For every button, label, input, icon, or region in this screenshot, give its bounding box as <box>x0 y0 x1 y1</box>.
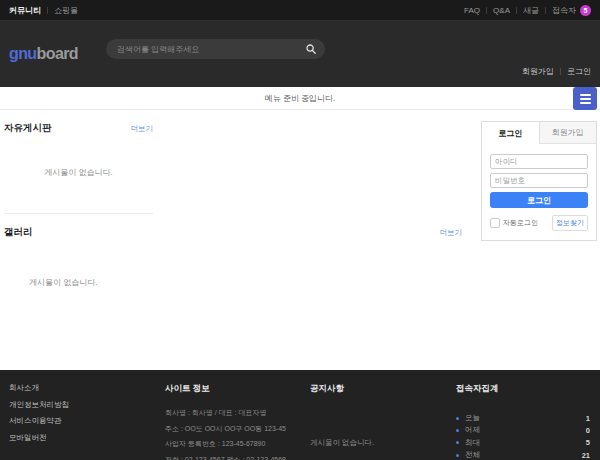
footer-link-privacy[interactable]: 개인정보처리방침 <box>9 400 69 410</box>
bullet-icon <box>456 417 459 420</box>
visitor-stat-label: 전체 <box>465 450 480 460</box>
footer: 회사소개 개인정보처리방침 서비스이용약관 모바일버전 사이트 정보 회사명 :… <box>0 370 600 460</box>
site-info-line: 주소 : OO도 OO시 OO구 OO동 123-45 <box>165 421 315 437</box>
header: gnuboard 회원가입 로그인 <box>0 21 600 87</box>
visitor-stats-title: 접속자집계 <box>456 383 590 395</box>
auto-login-label: 자동로그인 <box>503 218 538 228</box>
login-submit-button[interactable]: 로그인 <box>490 192 588 208</box>
divider <box>560 68 561 75</box>
tab-login[interactable]: 로그인 <box>482 122 539 144</box>
topbar-item-visitors[interactable]: 접속자 <box>552 5 576 16</box>
divider <box>47 7 48 14</box>
site-info-title: 사이트 정보 <box>165 383 315 395</box>
notice-empty-message: 게시물이 없습니다. <box>310 438 440 448</box>
search-input[interactable] <box>115 44 306 55</box>
logo-text-gnu: gnu <box>9 45 37 62</box>
free-board-section: 자유게시판 더보기 게시물이 없습니다. <box>4 122 153 214</box>
visitor-stat-value: 0 <box>586 426 590 435</box>
topbar-left: 커뮤니티 쇼핑몰 <box>9 5 78 16</box>
bullet-icon <box>456 429 459 432</box>
hamburger-icon <box>580 102 591 104</box>
topbar-item-qna[interactable]: Q&A <box>493 6 510 15</box>
divider <box>545 7 546 14</box>
visitor-stat-label: 어제 <box>465 425 480 435</box>
signup-link[interactable]: 회원가입 <box>522 66 554 77</box>
topbar-item-new-posts[interactable]: 새글 <box>523 5 539 16</box>
login-widget-tabs: 로그인 회원가입 <box>482 122 596 144</box>
topbar-item-shopping[interactable]: 쇼핑몰 <box>54 5 78 16</box>
tab-signup[interactable]: 회원가입 <box>539 122 597 144</box>
main-menu-bar: 메뉴 준비 중입니다. <box>0 87 600 110</box>
login-id-field[interactable] <box>490 154 588 169</box>
auto-login-option[interactable]: 자동로그인 <box>490 218 538 228</box>
footer-visitor-stats: 접속자집계 오늘 1 어제 0 최대 5 전체 21 <box>456 383 590 460</box>
hamburger-icon <box>580 98 591 100</box>
gallery-empty-message: 게시물이 없습니다. <box>29 277 462 288</box>
visitor-stat-label: 최대 <box>465 438 480 448</box>
header-member-links: 회원가입 로그인 <box>522 66 591 77</box>
footer-site-info: 사이트 정보 회사명 : 회사명 / 대표 : 대표자명 주소 : OO도 OO… <box>165 383 315 460</box>
hamburger-menu-button[interactable] <box>573 87 597 110</box>
login-form: 로그인 자동로그인 정보찾기 <box>482 144 596 240</box>
notice-title: 공지사항 <box>310 383 440 395</box>
hamburger-icon <box>580 94 591 96</box>
bullet-icon <box>456 441 459 444</box>
footer-link-mobile[interactable]: 모바일버전 <box>9 433 69 443</box>
board-empty-message: 게시물이 없습니다. <box>4 167 153 178</box>
footer-link-company[interactable]: 회사소개 <box>9 383 69 393</box>
topbar-item-faq[interactable]: FAQ <box>464 6 480 15</box>
visitor-stat-row: 최대 5 <box>456 437 590 449</box>
main-content: 자유게시판 더보기 게시물이 없습니다. 갤러리 더보기 게시물이 없습니다. … <box>0 110 600 370</box>
board-more-link[interactable]: 더보기 <box>131 124 154 134</box>
board-section-title: 자유게시판 <box>4 122 52 135</box>
search-button[interactable] <box>306 44 316 54</box>
footer-link-terms[interactable]: 서비스이용약관 <box>9 416 69 426</box>
site-info-line: 사업자 등록번호 : 123-45-67890 <box>165 436 315 452</box>
visitor-stat-row: 오늘 1 <box>456 412 590 424</box>
gallery-section-title: 갤러리 <box>4 226 33 239</box>
visitor-stat-row: 전체 21 <box>456 449 590 460</box>
login-password-field[interactable] <box>490 173 588 188</box>
auto-login-checkbox[interactable] <box>490 218 500 228</box>
login-link[interactable]: 로그인 <box>567 66 591 77</box>
top-utility-bar: 커뮤니티 쇼핑몰 FAQ Q&A 새글 접속자 5 <box>0 0 600 21</box>
topbar-item-community[interactable]: 커뮤니티 <box>9 5 41 16</box>
topbar-right: FAQ Q&A 새글 접속자 5 <box>464 5 591 16</box>
divider <box>516 7 517 14</box>
search-icon <box>306 44 316 54</box>
logo-text-board: board <box>37 45 78 62</box>
visitor-stat-value: 5 <box>586 438 590 447</box>
menu-placeholder-text: 메뉴 준비 중입니다. <box>265 93 336 104</box>
login-widget: 로그인 회원가입 로그인 자동로그인 정보찾기 <box>481 121 597 241</box>
search-bar <box>106 39 325 59</box>
site-logo[interactable]: gnuboard <box>9 46 78 62</box>
visitor-stat-value: 1 <box>586 414 590 423</box>
site-info-line: 전화 : 02-123-4567 팩스 : 02-123-4568 <box>165 452 315 460</box>
bullet-icon <box>456 454 459 457</box>
footer-links: 회사소개 개인정보처리방침 서비스이용약관 모바일버전 <box>9 383 69 443</box>
visitor-stat-label: 오늘 <box>465 413 480 423</box>
footer-notice: 공지사항 게시물이 없습니다. <box>310 383 440 448</box>
visitor-stat-row: 어제 0 <box>456 424 590 436</box>
find-info-button[interactable]: 정보찾기 <box>552 215 588 231</box>
visitor-stat-value: 21 <box>582 451 590 460</box>
gallery-section: 갤러리 더보기 게시물이 없습니다. <box>4 226 462 288</box>
visitor-count-badge: 5 <box>580 5 591 16</box>
divider <box>486 7 487 14</box>
site-info-line: 회사명 : 회사명 / 대표 : 대표자명 <box>165 405 315 421</box>
gallery-more-link[interactable]: 더보기 <box>440 228 463 238</box>
